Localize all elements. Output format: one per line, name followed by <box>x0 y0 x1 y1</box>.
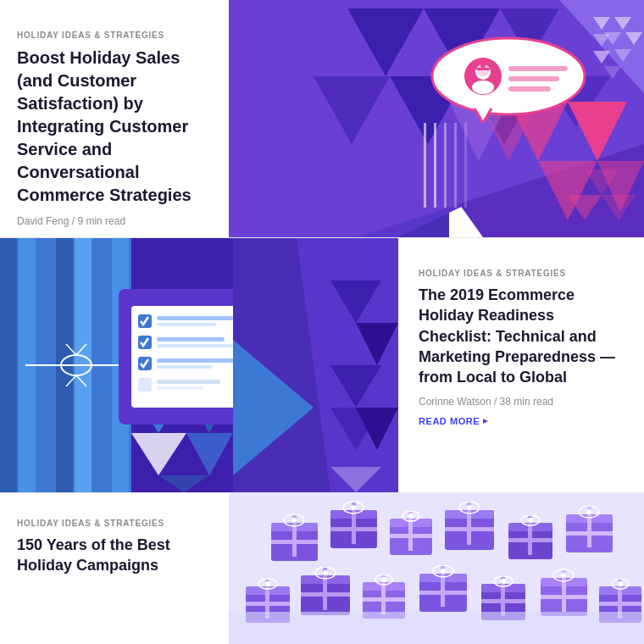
svg-rect-48 <box>508 76 559 81</box>
svg-rect-129 <box>566 531 613 536</box>
svg-rect-75 <box>157 316 233 320</box>
svg-rect-29 <box>434 123 436 208</box>
svg-point-43 <box>472 80 494 94</box>
svg-point-101 <box>291 518 297 523</box>
card1-author-info: David Feng / 9 min read <box>17 215 212 227</box>
card3-illustration <box>229 493 644 644</box>
card1-author: David Feng <box>17 215 69 227</box>
svg-rect-28 <box>424 123 426 208</box>
svg-point-173 <box>618 581 623 586</box>
svg-rect-135 <box>246 602 290 606</box>
article-card-3: HOLIDAY IDEAS & STRATEGIES 150 Years of … <box>0 493 644 644</box>
card2-title: The 2019 Ecommerce Holiday Readiness Che… <box>419 285 627 387</box>
svg-rect-76 <box>157 323 216 326</box>
card1-read-more[interactable]: READ MORE <box>17 236 212 237</box>
svg-rect-165 <box>541 595 587 599</box>
svg-rect-174 <box>229 612 644 644</box>
svg-point-137 <box>265 581 270 586</box>
card1-read-time: 9 min read <box>77 215 125 227</box>
svg-rect-117 <box>445 527 494 531</box>
svg-rect-147 <box>363 597 405 602</box>
svg-rect-85 <box>157 386 203 390</box>
card2-author: Corinne Watson <box>419 396 491 408</box>
svg-point-161 <box>501 579 506 584</box>
card3-title: 150 Years of the Best Holiday Campaigns <box>17 535 212 576</box>
svg-point-113 <box>408 514 414 519</box>
card2-illustration <box>0 238 398 492</box>
svg-rect-47 <box>508 66 568 71</box>
svg-point-143 <box>323 570 328 575</box>
svg-rect-84 <box>157 380 220 384</box>
svg-rect-79 <box>157 344 233 347</box>
card2-author-info: Corinne Watson / 38 min read <box>419 396 627 408</box>
svg-point-155 <box>441 569 446 574</box>
svg-point-107 <box>351 505 356 510</box>
svg-point-131 <box>586 509 591 514</box>
svg-rect-111 <box>390 534 432 538</box>
svg-rect-159 <box>481 599 525 603</box>
card1-illustration <box>229 0 644 237</box>
svg-rect-32 <box>464 123 467 208</box>
svg-rect-81 <box>157 358 237 363</box>
card1-title: Boost Holiday Sales (and Customer Satisf… <box>17 47 212 207</box>
svg-point-167 <box>561 573 566 578</box>
svg-rect-171 <box>599 602 641 606</box>
svg-rect-46 <box>476 68 490 70</box>
card2-read-time: 38 min read <box>500 396 553 408</box>
svg-point-125 <box>528 518 533 523</box>
svg-point-149 <box>381 577 386 582</box>
svg-rect-31 <box>454 123 457 208</box>
card2-text: HOLIDAY IDEAS & STRATEGIES The 2019 Ecom… <box>398 238 644 492</box>
svg-rect-141 <box>301 592 350 597</box>
article-card-1: HOLIDAY IDEAS & STRATEGIES Boost Holiday… <box>0 0 644 237</box>
svg-rect-153 <box>419 591 467 595</box>
svg-rect-53 <box>0 238 17 492</box>
svg-rect-83 <box>138 378 152 391</box>
svg-rect-78 <box>157 337 225 341</box>
svg-rect-99 <box>271 540 318 544</box>
svg-rect-105 <box>330 527 377 531</box>
card2-category: HOLIDAY IDEAS & STRATEGIES <box>419 269 627 278</box>
card1-text: HOLIDAY IDEAS & STRATEGIES Boost Holiday… <box>0 0 229 237</box>
card1-category: HOLIDAY IDEAS & STRATEGIES <box>17 31 212 40</box>
svg-rect-45 <box>480 64 486 68</box>
card2-read-more[interactable]: READ MORE <box>419 416 627 426</box>
article-card-2: HOLIDAY IDEAS & STRATEGIES The 2019 Ecom… <box>0 238 644 492</box>
svg-rect-49 <box>508 86 551 92</box>
svg-rect-30 <box>444 123 447 208</box>
svg-point-119 <box>467 505 472 510</box>
svg-rect-82 <box>157 365 212 369</box>
svg-rect-123 <box>508 538 552 542</box>
card3-text: HOLIDAY IDEAS & STRATEGIES 150 Years of … <box>0 493 229 644</box>
card3-category: HOLIDAY IDEAS & STRATEGIES <box>17 519 212 528</box>
